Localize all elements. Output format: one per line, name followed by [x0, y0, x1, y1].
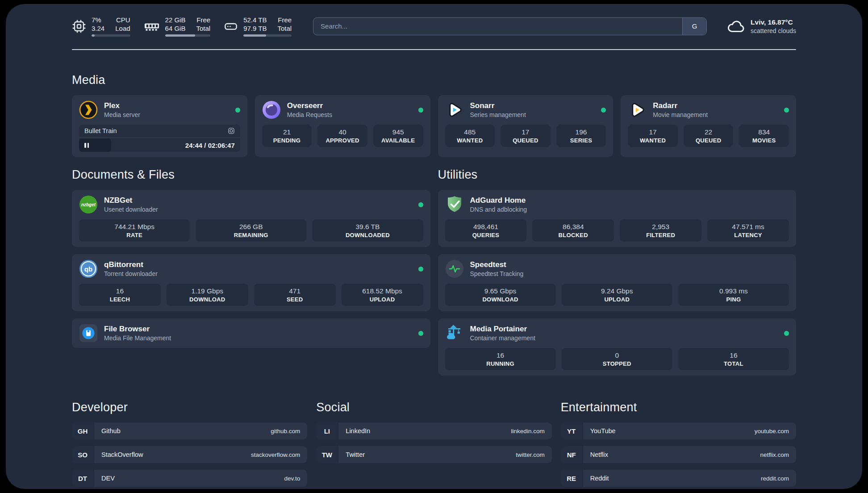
card-qbittorrent[interactable]: qb qBittorrent Torrent downloader 16 LEE… — [72, 254, 430, 311]
memory-free-label: Free — [196, 16, 210, 24]
card-adguard[interactable]: AdGuard Home DNS and adblocking 498,461 … — [438, 190, 797, 247]
card-portainer[interactable]: Media Portainer Container management 16 … — [438, 318, 797, 376]
top-bar: 7% CPU 3.24 Load 22 GiB — [72, 16, 796, 37]
service-name: AdGuard Home — [470, 196, 527, 205]
disk-total-value: 97.9 TB — [243, 24, 267, 33]
now-playing-title: Bullet Train — [84, 127, 117, 134]
bookmark-url: netflix.com — [760, 451, 789, 458]
stat-value: 834 — [742, 128, 786, 136]
bookmark-name: YouTube — [590, 427, 616, 435]
stat-label: PING — [681, 296, 786, 303]
bookmark-netflix[interactable]: NF Netflix netflix.com — [561, 446, 796, 463]
disk-free-value: 52.4 TB — [243, 16, 267, 24]
stat-box: 618.52 Mbps UPLOAD — [342, 284, 423, 306]
stat-box: 834 MOVIES — [739, 125, 789, 147]
bookmark-youtube[interactable]: YT YouTube youtube.com — [561, 422, 796, 439]
service-desc: Usenet downloader — [104, 206, 158, 213]
filebrowser-icon — [79, 324, 98, 343]
bookmark-dev[interactable]: DT DEV dev.to — [72, 470, 307, 487]
weather-condition: scattered clouds — [751, 27, 796, 34]
card-filebrowser[interactable]: File Browser Media File Management — [72, 318, 430, 348]
plex-icon — [79, 100, 98, 119]
qbittorrent-icon: qb — [79, 259, 98, 278]
stat-label: QUEUED — [503, 137, 548, 144]
bookmark-linkedin[interactable]: LI LinkedIn linkedin.com — [316, 422, 551, 439]
bookmark-url: youtube.com — [755, 428, 789, 435]
cloud-icon — [726, 17, 745, 36]
service-desc: Speedtest Tracking — [470, 270, 524, 277]
status-dot — [418, 331, 423, 336]
stat-label: WANTED — [448, 137, 492, 144]
bookmark-abbr: DT — [72, 470, 93, 487]
card-overseerr[interactable]: Overseerr Media Requests 21 PENDING 40 A… — [255, 95, 430, 157]
stat-label: TOTAL — [681, 360, 786, 367]
status-dot — [418, 267, 423, 272]
stat-box: 196 SERIES — [556, 125, 606, 147]
status-dot — [784, 108, 789, 113]
bookmark-abbr: NF — [561, 446, 582, 463]
card-sonarr[interactable]: Sonarr Series management 485 WANTED 17 Q… — [438, 95, 613, 157]
weather-widget: Lviv, 16.87°C scattered clouds — [726, 17, 796, 36]
bookmark-stackoverflow[interactable]: SO StackOverflow stackoverflow.com — [72, 446, 307, 463]
card-speedtest[interactable]: Speedtest Speedtest Tracking 9.65 Gbps D… — [438, 254, 797, 311]
status-dot — [784, 331, 789, 336]
status-dot — [418, 108, 423, 113]
stat-value: 9.24 Gbps — [564, 287, 670, 295]
stat-box: 9.24 Gbps UPLOAD — [562, 284, 672, 306]
stat-value: 266 GB — [198, 223, 304, 231]
service-name: Sonarr — [470, 101, 526, 110]
stat-box: 17 QUEUED — [501, 125, 551, 147]
card-plex[interactable]: Plex Media server Bullet Train — [72, 95, 247, 157]
bookmark-twitter[interactable]: TW Twitter twitter.com — [316, 446, 551, 463]
bookmark-abbr: LI — [316, 422, 338, 439]
memory-free-value: 22 GiB — [165, 16, 186, 24]
stat-box: 2,953 FILTERED — [620, 219, 701, 242]
status-dot — [601, 108, 606, 113]
cpu-usage-value: 7% — [92, 16, 104, 24]
stat-box: 39.6 TB DOWNLOADED — [312, 219, 423, 242]
stat-box: 47.571 ms LATENCY — [707, 219, 789, 242]
stat-value: 485 — [448, 128, 492, 136]
card-radarr[interactable]: Radarr Movie management 17 WANTED 22 QUE… — [621, 95, 796, 157]
speedtest-icon — [445, 259, 464, 278]
bookmark-name: Twitter — [346, 451, 365, 458]
status-dot — [235, 108, 240, 113]
stat-label: QUEUED — [686, 137, 731, 144]
stat-box: 266 GB REMAINING — [196, 219, 306, 242]
stat-box: 9.65 Gbps DOWNLOAD — [445, 284, 556, 306]
disk-total-label: Total — [277, 24, 292, 33]
bookmark-github[interactable]: GH Github github.com — [72, 422, 307, 439]
adguard-icon — [445, 195, 464, 214]
search-input[interactable] — [313, 18, 682, 35]
stat-label: RATE — [82, 232, 187, 238]
now-playing-time: 24:44 / 02:06:47 — [185, 142, 240, 149]
search-bar: G — [313, 17, 707, 35]
memory-progress-track — [165, 34, 211, 37]
stat-box: 40 APPROVED — [317, 125, 367, 147]
card-nzbget[interactable]: nzbget NZBGet Usenet downloader 744.21 M… — [72, 190, 430, 247]
service-desc: Series management — [470, 111, 526, 118]
cpu-progress-track — [92, 34, 130, 37]
search-provider-button[interactable]: G — [682, 18, 706, 35]
media-card-grid: Plex Media server Bullet Train — [72, 95, 796, 157]
service-name: Media Portainer — [470, 325, 535, 334]
disk-free-label: Free — [277, 16, 292, 24]
stat-label: LEECH — [82, 296, 158, 303]
bookmark-reddit[interactable]: RE Reddit reddit.com — [561, 470, 796, 487]
video-icon — [228, 127, 235, 134]
disk-widget: 52.4 TB Free 97.9 TB Total — [224, 16, 292, 37]
status-dot — [418, 202, 423, 207]
now-playing-progress — [79, 138, 111, 152]
portainer-icon — [445, 324, 464, 343]
section-title-media: Media — [72, 73, 796, 87]
cpu-load-value: 3.24 — [92, 24, 104, 33]
cpu-load-label: Load — [115, 24, 130, 33]
bookmark-abbr: SO — [72, 446, 93, 463]
stat-value: 16 — [82, 287, 158, 295]
stat-label: DOWNLOAD — [169, 296, 246, 303]
memory-progress-fill — [165, 34, 195, 37]
bookmark-name: StackOverflow — [101, 451, 143, 458]
bookmark-abbr: YT — [561, 422, 582, 439]
memory-widget: 22 GiB Free 64 GiB Total — [144, 16, 211, 37]
weather-location: Lviv, 16.87°C — [751, 18, 796, 26]
